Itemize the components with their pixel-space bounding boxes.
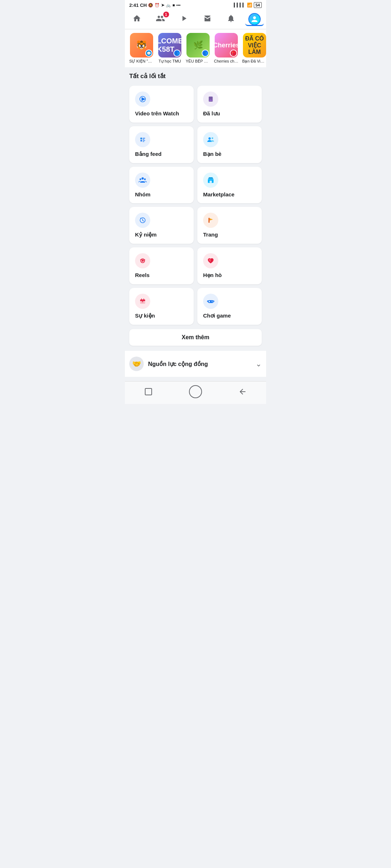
bottom-square-icon [144,387,153,396]
pages-shortcut-label: Trang [203,231,256,238]
shortcut-events[interactable]: Sự kiện [129,288,194,325]
svg-rect-9 [143,139,144,140]
memories-shortcut-label: Kỷ niệm [135,231,188,238]
events-shortcut-label: Sự kiện [135,312,188,319]
story-item-2[interactable]: LCOME K58T 👥 Tự học TMU [157,33,182,64]
story-item-1[interactable]: 🐯 💬 SỰ KIỆN "LĂNG DU ... [129,33,154,64]
signal-icon: ▎▎▎▎ [234,3,245,8]
bottom-back-button[interactable] [236,385,249,398]
nav-friends[interactable]: 1 [151,13,170,26]
story-label-4: Cherries chấm muối [214,59,239,64]
reels-shortcut-label: Reels [135,272,188,278]
memories-shortcut-icon [138,215,148,225]
watch-shortcut-icon-wrap [135,92,150,107]
see-more-button[interactable]: Xem thêm [129,329,262,346]
gaming-shortcut-label: Chơi game [203,312,256,319]
svg-point-19 [139,178,141,180]
saved-shortcut-icon-wrap [203,92,218,107]
silent-icon: 🔕 [148,3,153,8]
pages-shortcut-icon-wrap [203,213,218,228]
story-thumb-5: ĐÃ CÓ VIỆC LÀM [243,33,266,58]
story-label-3: YÊU BẾP ✅ (Esheep Kit... [186,59,210,64]
community-left: 🤝 Nguồn lực cộng đồng [129,357,208,371]
bottom-square-button[interactable] [142,385,155,398]
story-label-2: Tự học TMU [159,59,181,64]
nav-profile[interactable] [245,13,264,26]
bell-icon [227,14,235,25]
watch-shortcut-icon [138,94,148,104]
shortcut-feed[interactable]: Bảng feed [129,126,194,163]
story-badge-3: 👥 [202,50,209,57]
story-badge-1: 💬 [145,50,152,57]
story-thumb-4: Cherries 🚩 [215,33,238,58]
shortcut-marketplace[interactable]: Marketplace [197,167,262,203]
shortcut-dating[interactable]: Hẹn hò [197,247,262,284]
story-badge-4: 🚩 [230,50,237,57]
story-badge-2: 👥 [173,50,181,57]
dating-shortcut-icon-wrap [203,253,218,268]
nav-home[interactable] [127,13,146,26]
status-time: 2:41 CH [129,3,147,8]
events-shortcut-icon [138,296,148,306]
gaming-shortcut-icon-wrap: + • [203,294,218,309]
shortcut-pages[interactable]: Trang [197,207,262,244]
svg-rect-28 [209,218,210,223]
nav-icon: ➤ [161,3,164,8]
battery-icon: 54 [254,2,262,8]
story-item-3[interactable]: 🌿 👥 YÊU BẾP ✅ (Esheep Kit... [186,33,210,64]
svg-rect-38 [140,299,145,301]
profile-avatar [248,13,261,25]
shortcut-groups[interactable]: Nhóm [129,167,194,203]
chevron-down-icon: ⌄ [256,359,262,368]
shortcut-reels[interactable]: Reels [129,247,194,284]
square-icon: ■ [172,3,175,7]
nav-marketplace[interactable] [198,13,217,26]
story-item-5[interactable]: ĐÃ CÓ VIỆC LÀM Bạn Đã Việc Làm [242,33,266,64]
bike-icon: 🚲 [166,3,171,8]
bottom-bar [125,381,266,404]
pages-shortcut-icon [206,215,216,225]
svg-rect-8 [143,138,145,139]
shortcut-gaming[interactable]: + • Chơi game [197,288,262,325]
bottom-home-button[interactable] [189,385,202,398]
shortcut-memories[interactable]: Kỷ niệm [129,207,194,244]
svg-point-10 [140,140,142,142]
shortcut-friends[interactable]: Bạn bè [197,126,262,163]
shortcut-watch[interactable]: Video trên Watch [129,86,194,123]
feed-shortcut-icon [138,135,148,145]
svg-rect-14 [206,135,216,145]
story-item-4[interactable]: Cherries 🚩 Cherries chấm muối [214,33,239,64]
stories-row: 🐯 💬 SỰ KIỆN "LĂNG DU ... LCOME K58T 👥 Tự… [125,29,266,67]
feed-shortcut-icon-wrap [135,132,150,147]
svg-rect-12 [143,141,144,142]
story-thumb-1: 🐯 💬 [130,33,153,58]
gaming-shortcut-icon: + • [206,296,216,306]
groups-shortcut-icon [138,175,148,185]
friends-shortcut-icon [206,135,216,145]
nav-bar: 1 [125,10,266,29]
svg-rect-52 [145,388,152,395]
shortcuts-section: Tất cả lối tắt [125,67,266,86]
svg-point-46 [211,301,212,302]
alarm-icon: ⏰ [155,3,160,8]
svg-point-18 [142,177,144,179]
friends-shortcut-label: Bạn bè [203,151,256,157]
groups-shortcut-icon-wrap [135,173,150,188]
marketplace-shortcut-icon [206,175,216,185]
dating-shortcut-icon [206,256,216,266]
bottom-circle-icon [189,385,202,398]
nav-watch[interactable] [175,13,193,26]
friends-badge: 1 [163,12,169,17]
community-resources[interactable]: 🤝 Nguồn lực cộng đồng ⌄ [125,351,266,377]
feed-shortcut-label: Bảng feed [135,151,188,157]
community-icon: 🤝 [129,357,144,371]
svg-rect-4 [209,97,213,102]
friends-shortcut-icon-wrap [203,132,218,147]
saved-shortcut-label: Đã lưu [203,110,256,117]
reels-shortcut-icon-wrap [135,253,150,268]
story-thumb-3: 🌿 👥 [186,33,210,58]
shortcut-saved[interactable]: Đã lưu [197,86,262,123]
more-icon: ••• [176,3,181,7]
nav-bell[interactable] [222,13,240,26]
svg-rect-17 [138,175,148,185]
